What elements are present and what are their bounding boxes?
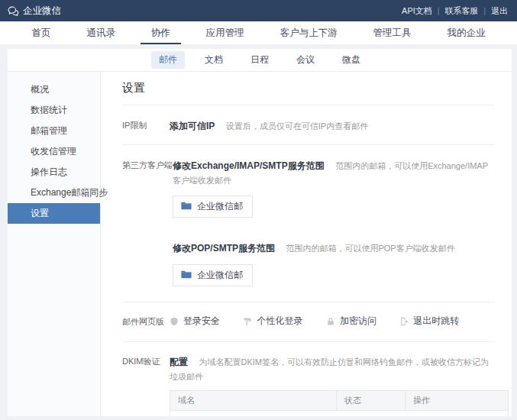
settings-content: 设置 IP限制 添加可信IP 设置后，成员仅可在可信IP内查看邮件 第三方客户端 — [101, 72, 512, 416]
section-label: IP限制 — [122, 118, 170, 133]
separator: | — [438, 7, 440, 15]
sidebar-item-settings[interactable]: 设置 — [8, 203, 100, 224]
topbar: 企业微信 API文档 | 联系客服 | 退出 — [0, 0, 517, 21]
subtab-bar: 邮件 文档 日程 会议 微盘 — [8, 49, 512, 72]
nav-item-customers[interactable]: 客户与上下游 — [277, 21, 341, 44]
sidebar-item-exchange-sync[interactable]: Exchange邮箱同步 — [8, 183, 100, 203]
lock-icon — [326, 317, 335, 326]
domain-cell: 988666.club — [170, 410, 337, 416]
tab-calendar[interactable]: 日程 — [243, 51, 276, 69]
add-trusted-ip-link[interactable]: 添加可信IP — [170, 121, 215, 131]
logo-text: 企业微信 — [23, 5, 61, 18]
sidebar-item-mailbox-management[interactable]: 邮箱管理 — [8, 121, 100, 141]
brush-icon — [243, 317, 252, 326]
webmail-item-label: 加密访问 — [340, 315, 376, 328]
webmail-item-label: 登录安全 — [183, 315, 220, 328]
pop-scope-hint: 范围内的邮箱，可以使用POP客户端收发邮件 — [286, 244, 454, 253]
tag-label: 企业微信邮 — [197, 200, 243, 213]
column-header-action: 操作 — [406, 390, 509, 410]
webmail-item-label: 个性化登录 — [257, 315, 302, 328]
column-header-domain: 域名 — [170, 390, 337, 410]
column-header-status: 状态 — [337, 390, 406, 410]
nav-item-home[interactable]: 首页 — [28, 21, 53, 44]
folder-icon — [181, 201, 192, 212]
exit-icon — [399, 317, 409, 326]
folder-icon — [181, 270, 192, 281]
logout-redirect-link[interactable]: 退出时跳转 — [399, 315, 459, 328]
separator: | — [483, 7, 486, 15]
main-panel: 邮件 文档 日程 会议 微盘 概况 数据统计 邮箱管理 收发信管理 操作日志 E… — [8, 49, 512, 416]
webmail-item-label: 退出时跳转 — [413, 315, 459, 328]
section-third-party: 第三方客户端 修改Exchange/IMAP/SMTP服务范围 范围内的邮箱，可… — [122, 145, 495, 302]
exchange-scope-tag[interactable]: 企业微信邮 — [173, 195, 253, 218]
dkim-configure-link[interactable]: 配置 — [170, 357, 188, 367]
ip-limit-hint: 设置后，成员仅可在可信IP内查看邮件 — [226, 121, 368, 131]
login-security-link[interactable]: 登录安全 — [170, 315, 220, 328]
modify-exchange-scope-link[interactable]: 修改Exchange/IMAP/SMTP服务范围 — [173, 160, 325, 171]
page-title: 设置 — [122, 81, 495, 105]
pop-scope-tag[interactable]: 企业微信邮 — [173, 264, 253, 286]
sidebar-item-statistics[interactable]: 数据统计 — [8, 100, 100, 121]
topbar-links: API文档 | 联系客服 | 退出 — [402, 5, 508, 17]
pop-scope-block: 修改POP/SMTP服务范围 范围内的邮箱，可以使用POP客户端收发邮件 — [173, 241, 495, 286]
tab-docs[interactable]: 文档 — [197, 51, 231, 69]
tab-mail[interactable]: 邮件 — [151, 51, 185, 69]
table-row: 988666.club 已验证 查看配置 — [170, 410, 509, 416]
exchange-scope-block: 修改Exchange/IMAP/SMTP服务范围 范围内的邮箱，可以使用Exch… — [173, 158, 495, 218]
section-ip-limit: IP限制 添加可信IP 设置后，成员仅可在可信IP内查看邮件 — [122, 105, 495, 145]
table-header-row: 域名 状态 操作 — [170, 390, 509, 410]
page-background: 邮件 文档 日程 会议 微盘 概况 数据统计 邮箱管理 收发信管理 操作日志 E… — [0, 44, 517, 420]
section-label: 第三方客户端 — [122, 158, 173, 286]
contact-support-link[interactable]: 联系客服 — [444, 5, 478, 17]
dkim-table: 域名 状态 操作 988666.club 已验证 查看配置 — [170, 390, 509, 417]
sidebar-item-overview[interactable]: 概况 — [8, 79, 100, 100]
tag-label: 企业微信邮 — [197, 269, 243, 282]
nav-item-collaboration[interactable]: 协作 — [148, 21, 173, 44]
main-nav: 首页 通讯录 协作 应用管理 客户与上下游 管理工具 我的企业 — [0, 21, 517, 44]
personalized-login-link[interactable]: 个性化登录 — [243, 315, 302, 328]
section-label: 邮件网页版 — [122, 315, 170, 329]
dkim-hint: 为域名配置DKIM签名，可以有效防止仿冒和网络钓鱼邮件，或被收信方标记为垃圾邮件 — [170, 357, 489, 381]
sidebar: 概况 数据统计 邮箱管理 收发信管理 操作日志 Exchange邮箱同步 设置 — [8, 72, 101, 416]
api-docs-link[interactable]: API文档 — [402, 5, 432, 17]
modify-pop-scope-link[interactable]: 修改POP/SMTP服务范围 — [173, 243, 275, 254]
nav-item-admin-tools[interactable]: 管理工具 — [370, 21, 415, 44]
chat-bubble-icon — [8, 6, 19, 16]
section-label: DKIM验证 — [122, 354, 170, 417]
logout-link[interactable]: 退出 — [491, 5, 508, 17]
tab-drive[interactable]: 微盘 — [334, 51, 368, 69]
tab-meeting[interactable]: 会议 — [289, 51, 322, 69]
nav-item-apps[interactable]: 应用管理 — [203, 21, 247, 44]
sidebar-item-send-receive[interactable]: 收发信管理 — [8, 141, 100, 162]
nav-item-contacts[interactable]: 通讯录 — [83, 21, 118, 44]
nav-item-my-company[interactable]: 我的企业 — [444, 21, 488, 44]
shield-icon — [170, 317, 179, 326]
section-webmail: 邮件网页版 登录安全 — [122, 302, 495, 342]
sidebar-item-operation-log[interactable]: 操作日志 — [8, 162, 100, 183]
encrypted-access-link[interactable]: 加密访问 — [326, 315, 376, 328]
section-dkim: DKIM验证 配置 为域名配置DKIM签名，可以有效防止仿冒和网络钓鱼邮件，或被… — [122, 342, 495, 417]
app-logo[interactable]: 企业微信 — [8, 5, 61, 18]
panel-body: 概况 数据统计 邮箱管理 收发信管理 操作日志 Exchange邮箱同步 设置 … — [8, 72, 512, 416]
